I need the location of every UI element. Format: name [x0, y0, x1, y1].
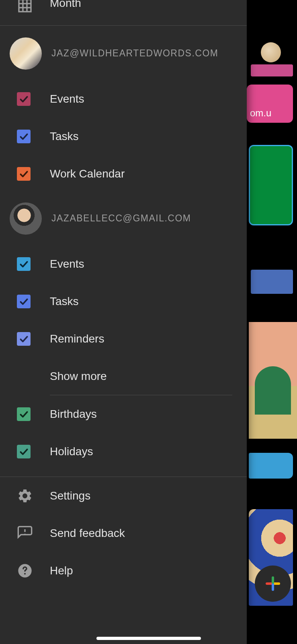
month-grid-icon	[17, 0, 33, 14]
show-more-button[interactable]: Show more	[0, 357, 247, 395]
check-icon	[18, 446, 29, 457]
check-icon	[18, 94, 29, 104]
help-icon	[17, 563, 33, 579]
checkbox-checked[interactable]	[17, 130, 31, 143]
account-header[interactable]: JAZ@WILDHEARTEDWORDS.COM	[0, 35, 247, 72]
calendar-label: Birthdays	[50, 408, 97, 421]
check-icon	[18, 334, 29, 344]
account-avatar-peek	[261, 42, 281, 62]
calendar-label: Events	[50, 258, 84, 270]
calendar-toggle-birthdays[interactable]: Birthdays	[0, 395, 247, 433]
view-option-label: Month	[50, 0, 81, 10]
help-button[interactable]: Help	[0, 552, 247, 589]
plus-icon	[272, 576, 274, 591]
calendar-label: Events	[50, 93, 84, 105]
event-text-peek: om.u	[250, 107, 271, 119]
create-event-fab[interactable]	[255, 566, 291, 602]
event-block-peek	[251, 64, 293, 76]
checkbox-checked[interactable]	[17, 445, 31, 458]
settings-button[interactable]: Settings	[0, 477, 247, 514]
view-option-month[interactable]: Month	[0, 0, 247, 25]
event-block-peek	[251, 270, 293, 294]
checkbox-checked[interactable]	[17, 295, 31, 308]
feedback-icon	[17, 525, 33, 541]
calendar-label: Work Calendar	[50, 167, 125, 180]
calendar-label: Tasks	[50, 130, 79, 143]
illustration-tree	[255, 366, 291, 415]
account-header[interactable]: JAZABELLECC@GMAIL.COM	[0, 200, 247, 237]
drawer-footer: Settings Send feedback Help	[0, 477, 247, 589]
settings-label: Settings	[50, 489, 90, 502]
check-icon	[18, 169, 29, 179]
checkbox-checked[interactable]	[17, 257, 31, 271]
calendar-toggle-reminders[interactable]: Reminders	[0, 320, 247, 357]
account-avatar	[10, 37, 42, 70]
check-icon	[18, 259, 29, 269]
account-email: JAZ@WILDHEARTEDWORDS.COM	[51, 48, 218, 59]
checkbox-checked[interactable]	[17, 332, 31, 346]
gear-icon	[17, 488, 33, 504]
calendar-toggle-tasks[interactable]: Tasks	[0, 283, 247, 320]
checkbox-checked[interactable]	[17, 167, 31, 181]
calendar-toggle-tasks[interactable]: Tasks	[0, 118, 247, 155]
event-block-peek	[249, 453, 293, 479]
show-more-label: Show more	[50, 370, 107, 383]
account-email: JAZABELLECC@GMAIL.COM	[51, 213, 191, 224]
event-block-peek: om.u	[247, 85, 293, 123]
svg-rect-0	[19, 0, 31, 12]
calendar-toggle-events[interactable]: Events	[0, 80, 247, 118]
navigation-drawer: Month JAZ@WILDHEARTEDWORDS.COM Events Ta…	[0, 0, 247, 644]
calendar-label: Holidays	[50, 445, 93, 458]
check-icon	[18, 296, 29, 307]
help-label: Help	[50, 564, 73, 577]
calendar-label: Reminders	[50, 332, 104, 345]
feedback-label: Send feedback	[50, 527, 125, 540]
check-icon	[18, 131, 29, 142]
account-avatar	[10, 202, 42, 235]
checkbox-checked[interactable]	[17, 92, 31, 106]
calendar-toggle-work[interactable]: Work Calendar	[0, 155, 247, 192]
svg-point-8	[24, 573, 26, 574]
calendar-toggle-holidays[interactable]: Holidays	[0, 433, 247, 470]
calendar-toggle-events[interactable]: Events	[0, 245, 247, 283]
home-indicator[interactable]	[96, 637, 201, 640]
calendar-label: Tasks	[50, 295, 79, 308]
send-feedback-button[interactable]: Send feedback	[0, 514, 247, 552]
check-icon	[18, 409, 29, 419]
checkbox-checked[interactable]	[17, 407, 31, 421]
event-block-peek	[249, 145, 293, 225]
